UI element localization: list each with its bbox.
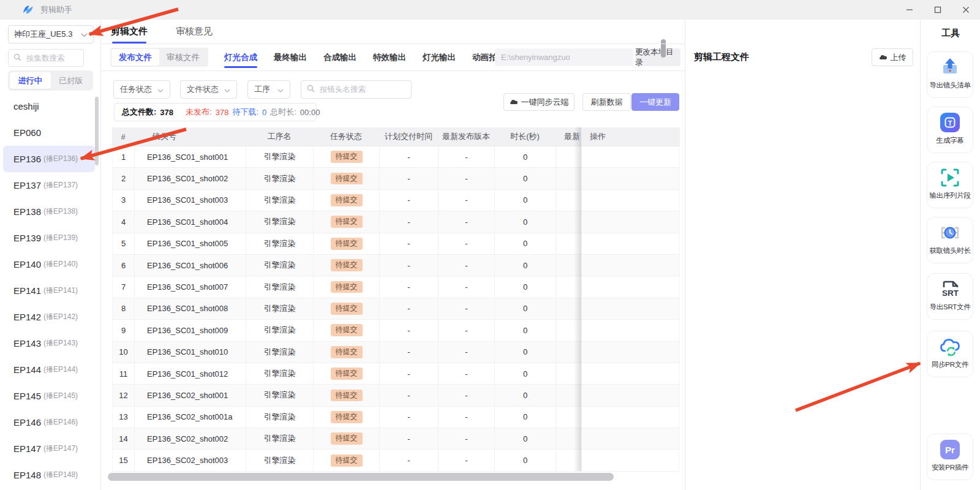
sync-cloud-button[interactable]: 一键同步云端 bbox=[503, 93, 575, 111]
sidebar: 神印王座_UE5.3 进行中已封版 ceshijiEP060EP136(播EP1… bbox=[0, 20, 101, 490]
episode-item[interactable]: EP136(播EP136) bbox=[3, 146, 95, 172]
shots-table: #镜头号工序名任务状态计划交付时间最新发布版本时长(秒)最新操作 1EP136_… bbox=[112, 127, 680, 472]
process-name: 引擎渲染 bbox=[246, 342, 314, 363]
sync-cloud-label: 一键同步云端 bbox=[521, 97, 569, 108]
file-tab-1[interactable]: 审核文件 bbox=[159, 49, 207, 66]
task-status-cell: 待提交 bbox=[314, 255, 380, 276]
maximize-button[interactable] bbox=[924, 0, 952, 20]
table-horizontal-scrollbar[interactable] bbox=[108, 473, 614, 481]
tool-shot-duration[interactable]: 获取镜头时长 bbox=[927, 217, 973, 263]
due-date: - bbox=[380, 450, 439, 470]
episode-search[interactable] bbox=[8, 49, 84, 67]
close-button[interactable] bbox=[952, 0, 980, 20]
episode-item[interactable]: EP137(播EP137) bbox=[0, 172, 98, 198]
due-date: - bbox=[380, 276, 439, 297]
process-dropdown[interactable]: 工序 bbox=[247, 80, 290, 99]
update-label: 一键更新 bbox=[639, 97, 671, 108]
task-status-cell: 待提交 bbox=[314, 385, 380, 405]
action-cell bbox=[582, 363, 679, 384]
tool-export-srt[interactable]: SRT 导出SRT文件 bbox=[927, 273, 973, 320]
episode-item[interactable]: EP138(播EP138) bbox=[0, 198, 98, 225]
table-row: 15EP136_SC02_shot003引擎渲染待提交--0 bbox=[113, 450, 679, 471]
file-tab-0[interactable]: 发布文件 bbox=[111, 49, 159, 66]
process-name: 引擎渲染 bbox=[246, 298, 314, 319]
episode-name: EP148 bbox=[13, 470, 41, 480]
shot-search-input[interactable] bbox=[318, 85, 401, 94]
project-select[interactable]: 神印王座_UE5.3 bbox=[8, 25, 94, 43]
refresh-button[interactable]: 刷新数据 bbox=[582, 93, 631, 111]
update-button[interactable]: 一键更新 bbox=[631, 93, 679, 111]
minimize-button[interactable] bbox=[895, 0, 924, 20]
main-tabs: 剪辑文件审核意见 bbox=[101, 20, 213, 43]
shot-name: EP136_SC02_shot001a bbox=[135, 407, 246, 428]
upload-label: 上传 bbox=[891, 52, 907, 63]
task-status-cell: 待提交 bbox=[314, 276, 380, 297]
task-status-cell: 待提交 bbox=[314, 342, 380, 363]
episode-item[interactable]: EP144(播EP144) bbox=[0, 356, 98, 383]
tab-main-0[interactable]: 剪辑文件 bbox=[111, 20, 148, 43]
task-status-cell: 待提交 bbox=[314, 146, 380, 167]
episode-item[interactable]: EP148(播EP148) bbox=[0, 462, 98, 488]
episode-item[interactable]: EP141(播EP141) bbox=[0, 277, 98, 304]
process-tab-0[interactable]: 灯光合成 bbox=[224, 44, 257, 70]
episode-item[interactable]: EP060 bbox=[0, 119, 98, 146]
sidebar-scrollbar[interactable] bbox=[95, 97, 99, 165]
status-tab-0[interactable]: 进行中 bbox=[10, 72, 51, 89]
episode-item[interactable]: EP142(播EP142) bbox=[0, 304, 98, 330]
process-tab-2[interactable]: 合成输出 bbox=[323, 44, 356, 70]
episode-item[interactable]: EP145(播EP145) bbox=[0, 383, 98, 409]
due-date: - bbox=[380, 190, 439, 211]
task-status-dropdown[interactable]: 任务状态 bbox=[113, 80, 170, 99]
episode-suffix: (播EP143) bbox=[43, 338, 78, 349]
upload-button[interactable]: 上传 bbox=[872, 48, 913, 66]
episode-suffix: (播EP142) bbox=[43, 312, 78, 322]
main-panel: 剪辑文件审核意见 发布文件审核文件 灯光合成最终输出合成输出特效输出灯光输出动画… bbox=[101, 20, 685, 490]
due-date: - bbox=[380, 211, 439, 232]
status-tab-1[interactable]: 已封版 bbox=[51, 72, 92, 89]
local-path-field[interactable] bbox=[495, 48, 633, 66]
status-badge: 待提交 bbox=[331, 303, 363, 315]
table-row: 11EP136_SC01_shot012引擎渲染待提交--0 bbox=[113, 363, 679, 385]
tab-main-1[interactable]: 审核意见 bbox=[176, 20, 213, 43]
latest-version: - bbox=[439, 407, 495, 428]
due-date: - bbox=[380, 428, 439, 449]
episode-item[interactable]: ceshiji bbox=[0, 93, 98, 119]
chevron-down-icon bbox=[277, 85, 284, 94]
table-row: 10EP136_SC01_shot010引擎渲染待提交--0 bbox=[113, 342, 679, 363]
total-files-value: 378 bbox=[160, 108, 173, 117]
due-date: - bbox=[380, 168, 439, 189]
tool-label: 同步PR文件 bbox=[932, 360, 968, 369]
tool-label: 安装PR插件 bbox=[932, 463, 968, 472]
episode-name: EP136 bbox=[13, 154, 41, 164]
table-row: 2EP136_SC01_shot002引擎渲染待提交--0 bbox=[113, 168, 679, 189]
change-local-dir-button[interactable]: 更改本地目录 bbox=[635, 48, 680, 66]
episode-search-input[interactable] bbox=[25, 53, 77, 63]
episode-item[interactable]: EP146(播EP146) bbox=[0, 409, 98, 435]
tool-export-sequence[interactable]: 输出序列片段 bbox=[927, 162, 973, 208]
episode-item[interactable]: EP147(播EP147) bbox=[0, 435, 98, 462]
tool-export-shot-list[interactable]: 导出镜头清单 bbox=[927, 51, 973, 98]
process-tab-3[interactable]: 特效输出 bbox=[373, 44, 406, 70]
duration-seconds: 0 bbox=[495, 211, 556, 232]
episode-item[interactable]: EP143(播EP143) bbox=[0, 330, 98, 356]
svg-text:SRT: SRT bbox=[942, 288, 959, 298]
episode-item[interactable]: EP140(播EP140) bbox=[0, 251, 98, 277]
latest-version: - bbox=[439, 342, 495, 363]
file-status-dropdown[interactable]: 文件状态 bbox=[180, 80, 237, 99]
action-cell bbox=[582, 190, 679, 211]
shot-name: EP136_SC02_shot001 bbox=[135, 385, 246, 405]
row-index: 12 bbox=[113, 385, 135, 405]
action-cell bbox=[582, 211, 679, 232]
process-tab-4[interactable]: 灯光输出 bbox=[423, 44, 456, 70]
episode-suffix: (播EP146) bbox=[43, 417, 78, 428]
tool-install-pr-plugin[interactable]: Pr 安装PR插件 bbox=[927, 434, 973, 480]
task-status-cell: 待提交 bbox=[314, 363, 380, 384]
tool-sync-pr[interactable]: 同步PR文件 bbox=[927, 331, 973, 377]
tool-generate-subtitle[interactable]: T 生成字幕 bbox=[927, 107, 973, 153]
episode-item[interactable]: EP139(播EP139) bbox=[0, 225, 98, 251]
table-vertical-scrollbar[interactable] bbox=[661, 39, 666, 58]
tools-title: 工具 bbox=[921, 28, 980, 39]
process-tab-1[interactable]: 最终输出 bbox=[274, 44, 307, 70]
shot-search[interactable] bbox=[301, 80, 412, 99]
episode-suffix: (播EP148) bbox=[43, 470, 78, 480]
